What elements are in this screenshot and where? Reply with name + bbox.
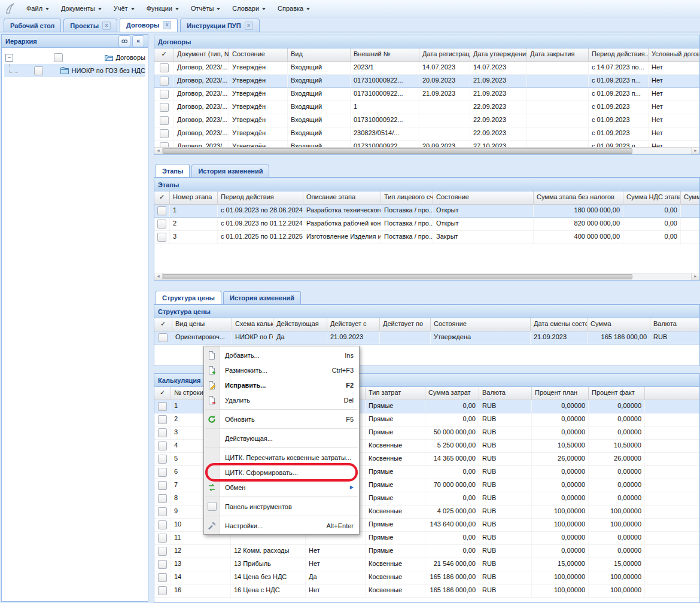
- select-all-column-header[interactable]: ✓: [154, 318, 172, 331]
- row-checkbox[interactable]: [158, 441, 167, 450]
- row-checkbox[interactable]: [158, 415, 167, 424]
- row-checkbox[interactable]: [158, 455, 167, 464]
- menu-item-цитк-пересчитать-косвенные-затраты[interactable]: ЦИТК. Пересчитать косвенные затраты...: [204, 450, 359, 465]
- column-header[interactable]: Документ (тип, №: [174, 48, 229, 61]
- menubar-item-словари[interactable]: Словари: [226, 2, 272, 14]
- select-all-column-header[interactable]: ✓: [154, 191, 170, 204]
- tab-история-изменений[interactable]: История изменений: [191, 165, 269, 177]
- tree-checkbox[interactable]: [54, 53, 63, 62]
- column-header[interactable]: Тип затрат: [366, 387, 425, 400]
- stages-hscrollbar[interactable]: ◄ ►: [154, 273, 699, 280]
- table-row[interactable]: Договор, 2023/...УтверждёнВходящий2023/1…: [154, 62, 699, 75]
- row-checkbox[interactable]: [158, 402, 167, 411]
- column-header[interactable]: Схема калькуляци: [232, 318, 273, 331]
- table-row[interactable]: 3с 01.01.2025 по 01.12.2025Изготовление …: [154, 231, 699, 244]
- menu-item-панель-инструментов[interactable]: Панель инструментов: [204, 499, 359, 514]
- menu-item-обмен[interactable]: Обмен▶: [204, 480, 359, 495]
- row-checkbox[interactable]: [158, 560, 167, 569]
- table-row[interactable]: 2с 01.09.2023 по 01.12.2024Разработка ра…: [154, 218, 699, 231]
- menu-item-действующая[interactable]: Действующая...: [204, 431, 359, 446]
- tree-item[interactable]: –Договоры: [4, 51, 145, 64]
- column-header[interactable]: Состояние: [433, 191, 534, 204]
- row-checkbox[interactable]: [157, 206, 166, 215]
- column-header[interactable]: Сумма НДС этапа: [623, 191, 681, 204]
- table-row[interactable]: 1212 Комм. расходыНетПрямые0,00RUB0,0000…: [154, 545, 699, 558]
- row-checkbox[interactable]: [160, 63, 169, 72]
- close-icon[interactable]: x: [245, 22, 253, 30]
- menu-item-исправить[interactable]: Исправить...F2: [204, 377, 359, 392]
- column-header[interactable]: Дата регистрации.: [419, 48, 470, 61]
- row-checkbox[interactable]: [159, 333, 168, 342]
- contracts-hscrollbar[interactable]: ◄ ►: [154, 147, 699, 154]
- row-checkbox[interactable]: [160, 103, 169, 112]
- row-checkbox[interactable]: [158, 494, 167, 503]
- table-row[interactable]: Договор, 2023/...УтверждёнВходящий017310…: [154, 75, 699, 88]
- column-header[interactable]: Действует по: [380, 318, 431, 331]
- column-header[interactable]: Условный договор: [649, 48, 699, 61]
- tab-инструкции-пуп[interactable]: Инструкции ПУПx: [180, 19, 259, 32]
- menu-item-удалить[interactable]: УдалитьDel: [204, 392, 359, 407]
- table-row[interactable]: Ориентировоч...НИОКР по ГОЗ ...Да21.09.2…: [154, 331, 699, 345]
- column-header[interactable]: Описание этапа: [303, 191, 381, 204]
- tab-рабочий-стол[interactable]: Рабочий стол: [4, 19, 61, 32]
- tab-договоры[interactable]: Договорыx: [120, 18, 178, 32]
- scroll-left-icon[interactable]: ◄: [154, 273, 163, 280]
- collapse-panel-icon[interactable]: «: [132, 35, 144, 47]
- splitter[interactable]: [149, 34, 153, 602]
- column-header[interactable]: Период действия..: [589, 48, 649, 61]
- menu-item-обновить[interactable]: ОбновитьF5: [204, 412, 359, 427]
- menubar-item-отчёты[interactable]: Отчёты: [185, 2, 226, 14]
- tab-структура-цены[interactable]: Структура цены: [156, 291, 221, 304]
- column-header[interactable]: Состояние: [229, 48, 288, 61]
- column-header[interactable]: [645, 387, 699, 400]
- row-checkbox[interactable]: [157, 220, 166, 229]
- row-checkbox[interactable]: [158, 468, 167, 477]
- scroll-right-icon[interactable]: ►: [691, 273, 699, 280]
- menu-item-размножить[interactable]: Размножить...Ctrl+F3: [204, 363, 359, 377]
- close-icon[interactable]: x: [102, 22, 111, 30]
- menubar-item-справка[interactable]: Справка: [272, 2, 316, 14]
- select-all-column-header[interactable]: ✓: [154, 48, 174, 61]
- row-checkbox[interactable]: [158, 547, 167, 556]
- scroll-left-icon[interactable]: ◄: [154, 148, 163, 154]
- table-row[interactable]: Договор, 2023/...УтверждёнВходящий122.09…: [154, 101, 699, 114]
- tree-checkbox[interactable]: [34, 66, 43, 75]
- column-header[interactable]: Состояние: [431, 318, 531, 331]
- row-checkbox[interactable]: [158, 507, 167, 516]
- tab-этапы[interactable]: Этапы: [156, 164, 190, 177]
- row-checkbox[interactable]: [158, 573, 167, 582]
- row-checkbox[interactable]: [160, 77, 169, 86]
- table-row[interactable]: Договор, 2023/...УтверждёнВходящий017310…: [154, 88, 699, 101]
- select-all-column-header[interactable]: ✓: [154, 387, 171, 400]
- scrollbar-thumb[interactable]: [163, 148, 632, 154]
- menu-item-настройки[interactable]: Настройки...Alt+Enter: [204, 518, 359, 533]
- column-header[interactable]: Сумма этапа без налогов: [534, 191, 623, 204]
- scrollbar-thumb[interactable]: [163, 274, 632, 279]
- table-row[interactable]: Договор, 2023/...УтверждёнВходящий230823…: [154, 127, 699, 141]
- column-header[interactable]: Процент факт: [589, 387, 645, 400]
- column-header[interactable]: Дата утверждения: [470, 48, 527, 61]
- row-checkbox[interactable]: [157, 233, 166, 242]
- row-checkbox[interactable]: [158, 481, 167, 490]
- column-header[interactable]: Валюта: [650, 318, 699, 331]
- column-header[interactable]: Сумма: [681, 191, 699, 204]
- column-header[interactable]: Дата смены состоя: [531, 318, 588, 331]
- tree-item[interactable]: НИОКР по ГОЗ без НДС: [4, 64, 145, 77]
- table-row[interactable]: 1414 Цена без НДСДаКосвенные165 186 000,…: [154, 571, 699, 584]
- column-header[interactable]: Период действия: [218, 191, 303, 204]
- column-header[interactable]: Дата закрытия: [527, 48, 589, 61]
- menubar-item-функции[interactable]: Функции: [141, 2, 185, 14]
- row-checkbox[interactable]: [158, 428, 167, 437]
- tab-проекты[interactable]: Проектыx: [63, 19, 117, 32]
- column-header[interactable]: Вид цены: [172, 318, 232, 331]
- search-icon[interactable]: [118, 35, 130, 47]
- column-header[interactable]: Процент план: [532, 387, 589, 400]
- column-header[interactable]: Вид: [288, 48, 351, 61]
- tree-expand-icon[interactable]: –: [5, 54, 13, 62]
- row-checkbox[interactable]: [160, 90, 169, 99]
- menubar-item-файл[interactable]: Файл: [20, 2, 55, 14]
- column-header[interactable]: Тип лицевого счёт: [381, 191, 433, 204]
- menubar-item-документы[interactable]: Документы: [55, 2, 108, 14]
- table-row[interactable]: 1616 Цена с НДСНетКосвенные165 186 000,0…: [154, 584, 699, 598]
- scroll-right-icon[interactable]: ►: [691, 148, 699, 154]
